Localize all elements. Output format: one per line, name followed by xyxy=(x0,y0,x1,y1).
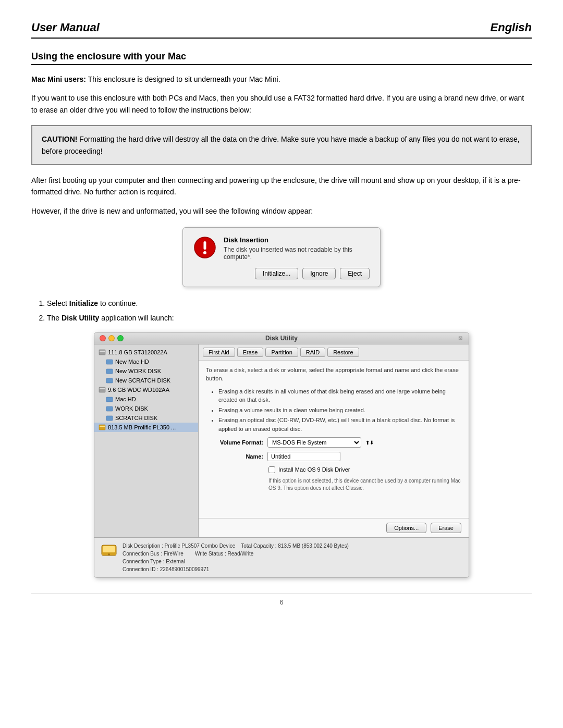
action-buttons: Options... Erase xyxy=(199,518,469,537)
disk-utility-content: To erase a disk, select a disk or volume… xyxy=(199,361,469,518)
sidebar-label-0: 111.8 GB ST3120022A xyxy=(108,349,167,355)
titlebar-title: Disk Utility xyxy=(265,335,298,342)
ignore-button[interactable]: Ignore xyxy=(302,268,336,279)
sidebar-item-1[interactable]: New Mac HD xyxy=(94,357,198,366)
page: User Manual English Using the enclosure … xyxy=(0,0,563,728)
options-button[interactable]: Options... xyxy=(386,523,426,533)
dialog-text: Disk Insertion The disk you inserted was… xyxy=(224,236,370,261)
header-right: English xyxy=(491,21,532,34)
eject-button[interactable]: Eject xyxy=(340,268,370,279)
infobar-text: Disk Description : Prolific PL3507 Combo… xyxy=(123,542,349,573)
mac-mini-label: Mac Mini users: xyxy=(31,75,86,83)
steps-list: Select Initialize to continue. The Disk … xyxy=(47,298,532,325)
volume-format-label: Volume Format: xyxy=(206,438,263,447)
sidebar-item-4[interactable]: 9.6 GB WDC WD102AA xyxy=(94,385,198,394)
after-boot-paragraph: After first booting up your computer and… xyxy=(31,175,532,198)
mac-mini-paragraph: Mac Mini users: This enclosure is design… xyxy=(31,73,532,85)
svg-rect-8 xyxy=(99,387,105,392)
sidebar-item-2[interactable]: New WORK DISK xyxy=(94,366,198,376)
name-row: Name: xyxy=(206,452,461,461)
mac-mini-text: This enclosure is designed to sit undern… xyxy=(88,75,280,83)
sidebar-label-1: New Mac HD xyxy=(115,359,149,365)
sidebar-label-2: New WORK DISK xyxy=(115,368,161,374)
connection-bus-line: Connection Bus : FireWire Write Status :… xyxy=(123,550,349,558)
volume-format-row: Volume Format: MS-DOS File System Mac OS… xyxy=(206,437,461,448)
svg-rect-12 xyxy=(106,416,113,421)
disk-utility-container: Disk Utility ⊠ 111.8 GB ST3120022A New M… xyxy=(31,332,532,578)
disk-utility-toolbar: First Aid Erase Partition RAID Restore xyxy=(199,344,469,361)
raid-button[interactable]: RAID xyxy=(300,348,325,357)
sidebar-item-5[interactable]: Mac HD xyxy=(94,394,198,404)
svg-rect-9 xyxy=(100,388,105,389)
erase-button[interactable]: Erase xyxy=(431,523,461,533)
svg-rect-10 xyxy=(106,397,113,402)
bullet-3: Erasing an optical disc (CD-RW, DVD-RW, … xyxy=(218,416,461,433)
name-label: Name: xyxy=(206,452,263,461)
step1-text: Select xyxy=(47,299,69,307)
step1-end: to continue. xyxy=(100,299,138,307)
svg-rect-13 xyxy=(99,425,105,430)
step1-bold: Initialize xyxy=(69,299,98,307)
svg-point-2 xyxy=(203,251,206,254)
caution-text: Formatting the hard drive will destroy a… xyxy=(42,135,520,155)
disk-utility-titlebar: Disk Utility ⊠ xyxy=(94,332,469,344)
partition-button[interactable]: Partition xyxy=(265,348,298,357)
checkbox-row: Install Mac OS 9 Disk Driver xyxy=(268,465,461,474)
zoom-dot xyxy=(117,335,124,341)
erase-description: To erase a disk, select a disk or volume… xyxy=(206,366,461,383)
dialog-inner: Disk Insertion The disk you inserted was… xyxy=(193,236,370,261)
svg-rect-16 xyxy=(103,546,115,552)
volume-format-select[interactable]: MS-DOS File System Mac OS Extended Mac O… xyxy=(267,437,361,448)
erase-tab-button[interactable]: Erase xyxy=(237,348,264,357)
restore-button[interactable]: Restore xyxy=(327,348,359,357)
header-left: User Manual xyxy=(31,21,100,34)
step-2: The Disk Utility application will launch… xyxy=(47,312,532,325)
minimize-dot xyxy=(108,335,115,341)
step2-end: application will launch: xyxy=(101,314,174,322)
disk-insertion-dialog-container: Disk Insertion The disk you inserted was… xyxy=(31,227,532,287)
sidebar-label-3: New SCRATCH DISK xyxy=(115,377,170,384)
header: User Manual English xyxy=(31,21,532,39)
first-aid-button[interactable]: First Aid xyxy=(203,348,235,357)
svg-rect-7 xyxy=(106,378,113,383)
step2-bold: Disk Utility xyxy=(62,314,99,322)
os9-note: If this option is not selected, this dev… xyxy=(268,477,461,492)
disk-description: Disk Description : Prolific PL3507 Combo… xyxy=(123,542,349,550)
fat32-paragraph: If you want to use this enclosure with b… xyxy=(31,92,532,116)
page-number: 6 xyxy=(279,598,283,606)
disk-utility-sidebar: 111.8 GB ST3120022A New Mac HD New WORK … xyxy=(94,344,199,537)
sidebar-item-0[interactable]: 111.8 GB ST3120022A xyxy=(94,348,198,357)
bullet-2: Erasing a volume results in a clean volu… xyxy=(218,406,461,415)
section-title: Using the enclosure with your Mac xyxy=(31,51,532,65)
dialog-title: Disk Insertion xyxy=(224,236,370,244)
sidebar-item-6[interactable]: WORK DISK xyxy=(94,404,198,413)
name-input[interactable] xyxy=(267,452,340,461)
connection-id-line: Connection ID : 22648900150099971 xyxy=(123,565,349,573)
disk-utility-body: 111.8 GB ST3120022A New Mac HD New WORK … xyxy=(94,344,469,537)
svg-rect-6 xyxy=(106,369,113,374)
caution-label: CAUTION! xyxy=(42,135,77,143)
however-paragraph: However, if the drive is new and unforma… xyxy=(31,205,532,217)
dropdown-arrow-icon: ⬆⬇ xyxy=(365,439,374,447)
step2-text: The xyxy=(47,314,62,322)
sidebar-item-7[interactable]: SCRATCH DISK xyxy=(94,413,198,423)
disk-utility-window: Disk Utility ⊠ 111.8 GB ST3120022A New M… xyxy=(94,332,469,578)
step-1: Select Initialize to continue. xyxy=(47,298,532,310)
caution-box: CAUTION! Formatting the hard drive will … xyxy=(31,125,532,165)
resize-icon: ⊠ xyxy=(457,335,463,341)
exclamation-icon xyxy=(193,236,216,259)
connection-type-line: Connection Type : External xyxy=(123,558,349,565)
initialize-button[interactable]: Initialize... xyxy=(255,268,298,279)
bullet-1: Erasing a disk results in all volumes of… xyxy=(218,387,461,404)
disk-utility-infobar: Disk Description : Prolific PL3507 Combo… xyxy=(94,537,469,577)
svg-rect-3 xyxy=(99,350,105,355)
sidebar-item-8[interactable]: 813.5 MB Prolific PL350 ... xyxy=(94,423,198,432)
svg-rect-4 xyxy=(100,351,105,352)
sidebar-item-3[interactable]: New SCRATCH DISK xyxy=(94,376,198,385)
sidebar-label-7: SCRATCH DISK xyxy=(115,415,157,421)
mac-os9-checkbox[interactable] xyxy=(268,466,275,473)
svg-rect-5 xyxy=(106,360,113,364)
erase-bullets: Erasing a disk results in all volumes of… xyxy=(211,387,461,434)
svg-point-17 xyxy=(108,553,110,556)
page-footer: 6 xyxy=(31,594,532,606)
